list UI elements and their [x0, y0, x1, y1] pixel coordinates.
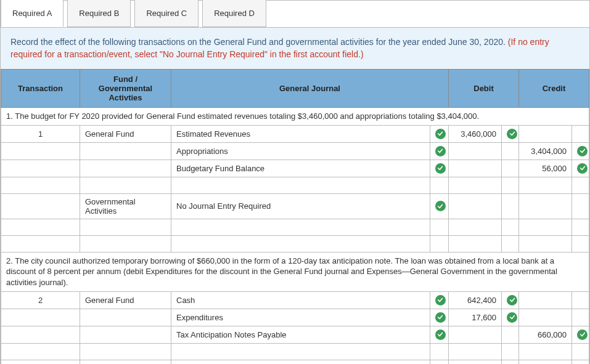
credit-cell[interactable]: 3,404,000	[519, 142, 572, 160]
fund-cell[interactable]	[80, 343, 171, 360]
transaction-cell[interactable]	[1, 219, 80, 235]
checkmark-icon	[435, 330, 446, 340]
journal-account-cell[interactable]	[171, 343, 430, 360]
journal-line: Budgetary Fund Balance56,000	[1, 160, 589, 177]
journal-check-cell	[430, 193, 448, 219]
fund-cell[interactable]	[80, 177, 171, 193]
transaction-cell[interactable]	[1, 343, 80, 360]
journal-account-cell[interactable]: Estimated Revenues	[171, 125, 430, 142]
transaction-cell[interactable]	[1, 142, 80, 160]
fund-cell[interactable]	[80, 235, 171, 252]
credit-check-cell	[572, 343, 589, 360]
debit-cell[interactable]	[449, 160, 502, 177]
credit-check-cell	[572, 125, 589, 142]
tab-required-d[interactable]: Required D	[202, 0, 266, 27]
fund-cell[interactable]	[80, 142, 171, 160]
credit-cell[interactable]	[519, 343, 572, 360]
journal-account-cell[interactable]: Budgetary Fund Balance	[171, 160, 430, 177]
col-header-fund: Fund / Governmental Activties	[80, 70, 171, 108]
journal-check-cell	[430, 235, 448, 252]
journal-check-cell	[430, 309, 448, 326]
tab-required-a[interactable]: Required A	[1, 0, 64, 27]
journal-check-cell	[430, 160, 448, 177]
credit-check-cell	[572, 291, 589, 309]
debit-cell[interactable]	[449, 193, 502, 219]
fund-cell[interactable]	[80, 160, 171, 177]
tab-required-c[interactable]: Required C	[134, 0, 199, 27]
transaction-cell[interactable]	[1, 326, 80, 343]
journal-check-cell	[430, 142, 448, 160]
transaction-cell[interactable]: 1	[1, 125, 80, 142]
credit-cell[interactable]	[519, 309, 572, 326]
credit-cell[interactable]	[519, 291, 572, 309]
debit-cell[interactable]	[449, 326, 502, 343]
debit-check-cell	[502, 125, 519, 142]
transaction-cell[interactable]: 2	[1, 291, 80, 309]
transaction-cell[interactable]	[1, 309, 80, 326]
checkmark-icon	[507, 312, 517, 323]
credit-cell[interactable]	[519, 219, 572, 235]
fund-cell[interactable]	[80, 309, 171, 326]
journal-line: 2General FundCash642,400	[1, 291, 589, 309]
col-header-credit: Credit	[519, 70, 589, 108]
fund-cell[interactable]	[80, 219, 171, 235]
credit-cell[interactable]	[519, 235, 572, 252]
debit-check-cell	[502, 177, 519, 193]
transaction-cell[interactable]	[1, 177, 80, 193]
journal-line	[1, 219, 589, 235]
journal-account-cell[interactable]: No Journal Entry Required	[171, 193, 430, 219]
journal-account-cell[interactable]	[171, 235, 430, 252]
fund-cell[interactable]	[80, 326, 171, 343]
fund-cell[interactable]: General Fund	[80, 125, 171, 142]
journal-account-cell[interactable]: Cash	[171, 360, 430, 364]
transaction-cell[interactable]	[1, 235, 80, 252]
debit-cell[interactable]	[449, 177, 502, 193]
journal-account-cell[interactable]: Appropriations	[171, 142, 430, 160]
journal-check-cell	[430, 177, 448, 193]
journal-line	[1, 235, 589, 252]
credit-check-cell	[572, 142, 589, 160]
credit-check-cell	[572, 177, 589, 193]
col-header-general-journal: General Journal	[171, 70, 449, 108]
credit-cell[interactable]: 56,000	[519, 160, 572, 177]
fund-cell[interactable]: General Fund	[80, 291, 171, 309]
journal-account-cell[interactable]: Expenditures	[171, 309, 430, 326]
journal-account-cell[interactable]: Cash	[171, 291, 430, 309]
debit-cell[interactable]: 17,600	[449, 309, 502, 326]
debit-cell[interactable]: 642,400	[449, 291, 502, 309]
credit-check-cell	[572, 160, 589, 177]
debit-cell[interactable]	[449, 235, 502, 252]
journal-account-cell[interactable]	[171, 219, 430, 235]
journal-check-cell	[430, 360, 448, 364]
debit-cell[interactable]	[449, 142, 502, 160]
tab-required-b[interactable]: Required B	[67, 0, 131, 27]
debit-cell[interactable]: 642,400	[449, 360, 502, 364]
fund-cell[interactable]: Governmental Activities	[80, 360, 171, 364]
transaction-cell[interactable]	[1, 160, 80, 177]
journal-account-cell[interactable]: Tax Anticipation Notes Payable	[171, 326, 430, 343]
credit-cell[interactable]	[519, 177, 572, 193]
checkmark-icon	[435, 163, 446, 174]
transaction-cell[interactable]	[1, 193, 80, 219]
checkmark-icon	[507, 295, 517, 305]
credit-cell[interactable]	[519, 193, 572, 219]
journal-line: 1General FundEstimated Revenues3,460,000	[1, 125, 589, 142]
description-text: 1. The budget for FY 2020 provided for G…	[1, 108, 589, 126]
credit-check-cell	[572, 360, 589, 364]
journal-check-cell	[430, 343, 448, 360]
checkmark-icon	[577, 163, 588, 174]
journal-account-cell[interactable]	[171, 177, 430, 193]
tab-strip: Required ARequired BRequired CRequired D	[1, 0, 589, 27]
debit-cell[interactable]	[449, 219, 502, 235]
transaction-cell[interactable]	[1, 360, 80, 364]
debit-check-cell	[502, 142, 519, 160]
debit-check-cell	[502, 193, 519, 219]
checkmark-icon	[435, 129, 446, 139]
credit-cell[interactable]: 660,000	[519, 326, 572, 343]
debit-cell[interactable]	[449, 343, 502, 360]
credit-cell[interactable]	[519, 125, 572, 142]
debit-cell[interactable]: 3,460,000	[449, 125, 502, 142]
fund-cell[interactable]: Governmental Activities	[80, 193, 171, 219]
credit-cell[interactable]	[519, 360, 572, 364]
journal-line	[1, 177, 589, 193]
